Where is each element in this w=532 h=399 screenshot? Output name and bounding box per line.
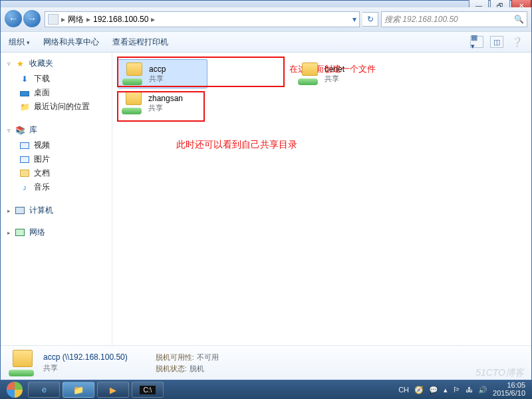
breadcrumb[interactable]: ▸ 网络 ▸ 192.168.100.50 ▸ ▾ (45, 11, 360, 27)
tray-icon[interactable]: 🧭 (414, 386, 424, 394)
refresh-button[interactable]: ↻ (362, 12, 378, 27)
cmd-icon: C:\ (140, 386, 156, 394)
libraries-header[interactable]: ▿📚库 (7, 124, 105, 136)
explorer-window: — 🗗 ✕ ← → ▸ 网络 ▸ 192.168.100.50 ▸ ▾ ↻ 搜索… (0, 0, 532, 380)
picture-icon (19, 154, 30, 165)
network-center-button[interactable]: 网络和共享中心 (43, 37, 99, 48)
taskbar-ie[interactable]: ｅ (28, 382, 60, 398)
ie-icon: ｅ (40, 384, 49, 396)
share-item-accp[interactable]: accp共享 (118, 59, 207, 88)
view-options-button[interactable]: ▦ ▾ (470, 36, 483, 48)
taskbar: ｅ 📁 ▶ C:\ CH 🧭 💬 ▴ 🏳 🖧 🔊 16:05 2015/6/10 (0, 380, 532, 399)
chevron-right-icon: ▸ (86, 15, 90, 24)
folder-icon: 📁 (73, 385, 84, 395)
content-pane[interactable]: accp共享 在这里面创建一个文件 benet共享 zhangsan共享 此时还… (112, 53, 531, 345)
chevron-up-icon[interactable]: ▴ (444, 386, 448, 394)
sidebar-item-pictures[interactable]: 图片 (7, 152, 105, 166)
sidebar-item-videos[interactable]: 视频 (7, 138, 105, 152)
document-icon (19, 168, 30, 179)
nav-buttons: ← → (5, 10, 42, 29)
chevron-right-icon: ▸ (151, 15, 155, 24)
preview-pane-button[interactable]: ◫ (490, 36, 503, 48)
video-icon (19, 140, 30, 151)
organize-menu[interactable]: 组织 (9, 37, 30, 48)
search-input[interactable]: 搜索 192.168.100.50 🔍 (381, 11, 527, 27)
sidebar-item-documents[interactable]: 文档 (7, 166, 105, 180)
start-button[interactable] (3, 380, 27, 399)
body: ▿★收藏夹 ⬇下载 桌面 📁最近访问的位置 ▿📚库 视频 图片 文档 ♪音乐 ▸… (1, 53, 531, 345)
shared-folder-icon (122, 92, 144, 114)
toolbar: 组织 网络和共享中心 查看远程打印机 ▦ ▾ ◫ ❔ (1, 31, 531, 53)
taskbar-cmd[interactable]: C:\ (132, 382, 164, 398)
network-tray-icon[interactable]: 🖧 (466, 386, 473, 394)
taskbar-mediaplayer[interactable]: ▶ (97, 382, 129, 398)
sidebar-network: ▸网络 (7, 227, 105, 238)
star-icon: ★ (15, 59, 25, 69)
sidebar-item-music[interactable]: ♪音乐 (7, 180, 105, 194)
system-tray: CH 🧭 💬 ▴ 🏳 🖧 🔊 16:05 2015/6/10 (398, 382, 529, 397)
forward-button[interactable]: → (23, 10, 41, 27)
dropdown-icon[interactable]: ▾ (352, 15, 356, 24)
watermark: 51CTO博客 (475, 367, 524, 379)
annotation-2: 此时还可以看到自己共享目录 (176, 139, 297, 151)
remote-printers-button[interactable]: 查看远程打印机 (112, 37, 168, 48)
sidebar-libraries: ▿📚库 视频 图片 文档 ♪音乐 (7, 124, 105, 194)
search-icon: 🔍 (514, 15, 524, 24)
sidebar-favorites: ▿★收藏夹 ⬇下载 桌面 📁最近访问的位置 (7, 58, 105, 114)
details-pane: accp (\\192.168.100.50) 共享 脱机可用性:不可用 脱机状… (1, 345, 531, 380)
computer-header[interactable]: ▸计算机 (7, 205, 105, 216)
sidebar-item-recent[interactable]: 📁最近访问的位置 (7, 100, 105, 114)
clock[interactable]: 16:05 2015/6/10 (493, 382, 525, 397)
favorites-header[interactable]: ▿★收藏夹 (7, 58, 105, 69)
play-icon: ▶ (110, 385, 116, 395)
computer-icon (48, 14, 59, 25)
volume-icon[interactable]: 🔊 (478, 386, 487, 394)
share-item-zhangsan[interactable]: zhangsan共享 (118, 88, 207, 118)
shared-folder-icon (298, 63, 321, 85)
network-header[interactable]: ▸网络 (7, 227, 105, 238)
sidebar-computer: ▸计算机 (7, 205, 105, 216)
network-icon (15, 227, 25, 238)
crumb-network[interactable]: 网络 (68, 14, 84, 25)
shared-folder-icon (122, 63, 145, 85)
library-icon: 📚 (15, 125, 25, 136)
ime-indicator[interactable]: CH (398, 386, 409, 394)
details-subtitle: 共享 (43, 363, 128, 373)
crumb-host[interactable]: 192.168.100.50 (93, 15, 148, 24)
toolbar-right: ▦ ▾ ◫ ❔ (470, 36, 523, 48)
computer-icon (15, 205, 25, 216)
caption-bar (1, 1, 531, 7)
details-title: accp (\\192.168.100.50) (43, 352, 128, 362)
action-center-icon[interactable]: 🏳 (453, 386, 460, 394)
windows-logo-icon (7, 382, 23, 398)
back-button[interactable]: ← (5, 10, 22, 27)
recent-icon: 📁 (19, 102, 30, 112)
shared-folder-icon (9, 350, 35, 376)
desktop-icon (19, 88, 30, 98)
download-icon: ⬇ (19, 74, 30, 84)
chevron-right-icon: ▸ (61, 15, 65, 24)
item-row: accp共享 在这里面创建一个文件 benet共享 (118, 59, 526, 88)
taskbar-explorer[interactable]: 📁 (63, 382, 94, 398)
tray-icon[interactable]: 💬 (429, 386, 438, 394)
sidebar-item-desktop[interactable]: 桌面 (7, 86, 105, 100)
sidebar-item-downloads[interactable]: ⬇下载 (7, 72, 105, 86)
item-row: zhangsan共享 (118, 88, 526, 118)
nav-sidebar: ▿★收藏夹 ⬇下载 桌面 📁最近访问的位置 ▿📚库 视频 图片 文档 ♪音乐 ▸… (1, 53, 112, 345)
nav-row: ← → ▸ 网络 ▸ 192.168.100.50 ▸ ▾ ↻ 搜索 192.1… (1, 7, 531, 31)
music-icon: ♪ (19, 182, 30, 193)
search-placeholder: 搜索 192.168.100.50 (384, 14, 458, 25)
help-button[interactable]: ❔ (510, 36, 523, 48)
